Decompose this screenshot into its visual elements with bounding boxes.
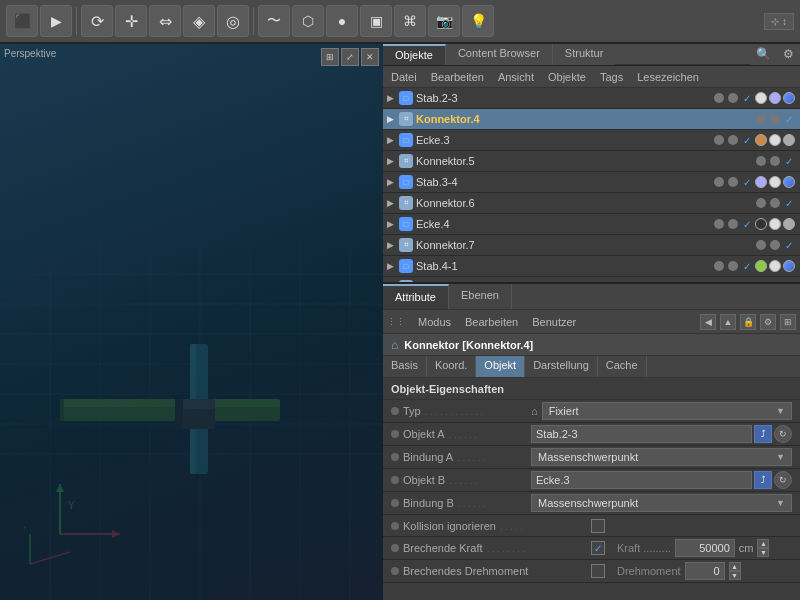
prop-row-drehmoment: Brechendes Drehmoment Drehmoment ▲ ▼ — [383, 560, 800, 583]
sub-tab-koord[interactable]: Koord. — [427, 356, 476, 377]
checkbox-kollision[interactable] — [591, 519, 605, 533]
toolbar-icon-snap[interactable]: ⊹ ↕ — [764, 13, 794, 30]
prop-dot-kraft — [391, 544, 399, 552]
kraft-spin-up[interactable]: ▲ — [757, 539, 769, 548]
toolbar-icon-spline[interactable]: 〜 — [258, 5, 290, 37]
kraft-input[interactable] — [675, 539, 735, 557]
obj-expand-icon: ▶ — [387, 219, 399, 229]
obj-b-link-btn[interactable]: ⤴ — [754, 471, 772, 489]
bind-b-dropdown[interactable]: Massenschwerpunkt ▼ — [531, 494, 792, 512]
kraft-spin-down[interactable]: ▼ — [757, 548, 769, 557]
menu-bearbeiten-attr[interactable]: Bearbeiten — [460, 315, 523, 329]
toolbar-icon-rotate[interactable]: ⟳ — [81, 5, 113, 37]
list-item[interactable]: ▶ ⌗ Konnektor.6 ✓ — [383, 193, 800, 214]
properties-area: Objekt-Eigenschaften Typ ............ ⌂ … — [383, 378, 800, 600]
viewport-btn-layout[interactable]: ⊞ — [321, 48, 339, 66]
obj-a-link-btn[interactable]: ⤴ — [754, 425, 772, 443]
attr-expand-icon[interactable]: ⊞ — [780, 314, 796, 330]
obj-name: Ecke.4 — [416, 218, 712, 230]
obj-vis-dot2 — [728, 135, 738, 145]
svg-text:Y: Y — [68, 500, 75, 511]
tab-attribute[interactable]: Attribute — [383, 284, 449, 309]
list-item[interactable]: ▶ ⌗ Konnektor.7 ✓ — [383, 235, 800, 256]
checkbox-kraft[interactable]: ✓ — [591, 541, 605, 555]
tab-objekte[interactable]: Objekte — [383, 44, 446, 65]
list-item[interactable]: ▶ ⌗ Konnektor.5 ✓ — [383, 151, 800, 172]
toolbar-icon-deformer[interactable]: ⌘ — [394, 5, 426, 37]
prop-dot-drehmoment — [391, 567, 399, 575]
toolbar-icon-play[interactable]: ▶ — [40, 5, 72, 37]
toolbar-icon-sphere[interactable]: ● — [326, 5, 358, 37]
obj-b-field[interactable]: Ecke.3 — [531, 471, 752, 489]
list-item[interactable]: ▶ □ Stab.2-3 ✓ — [383, 88, 800, 109]
toolbar-icon-move[interactable]: ✛ — [115, 5, 147, 37]
dot-leaders: ...... — [458, 497, 531, 509]
menu-benutzer[interactable]: Benutzer — [527, 315, 581, 329]
toolbar-icon-light[interactable]: 💡 — [462, 5, 494, 37]
obj-name: Ecke.3 — [416, 134, 712, 146]
obj-b-circ-btn[interactable]: ↻ — [774, 471, 792, 489]
list-item[interactable]: ▶ □ Stab.3-4 ✓ — [383, 172, 800, 193]
prop-value-bind-b[interactable]: Massenschwerpunkt ▼ — [531, 494, 792, 512]
search-icon[interactable]: 🔍 — [750, 44, 777, 65]
menu-tags[interactable]: Tags — [596, 70, 627, 84]
settings-icon[interactable]: ⚙ — [777, 44, 800, 65]
obj-type-icon: ⌗ — [399, 238, 413, 252]
toolbar-icon-object[interactable]: ◈ — [183, 5, 215, 37]
obj-material-1 — [755, 134, 767, 146]
viewport-btn-close[interactable]: ✕ — [361, 48, 379, 66]
banner-icon: ⌂ — [391, 338, 398, 352]
prop-row-kollision: Kollision ignorieren ..... — [383, 515, 800, 537]
prop-value-bind-a[interactable]: Massenschwerpunkt ▼ — [531, 448, 792, 466]
attr-nav-up[interactable]: ▲ — [720, 314, 736, 330]
drehmoment-spin-down[interactable]: ▼ — [729, 571, 741, 580]
prop-dot-bind-a — [391, 453, 399, 461]
list-item[interactable]: ▶ □ Stab.4-1 ✓ — [383, 256, 800, 277]
svg-rect-18 — [60, 399, 64, 421]
axis-x — [60, 530, 120, 538]
obj-name: Konnektor.5 — [416, 155, 754, 167]
sub-tab-objekt[interactable]: Objekt — [476, 356, 525, 377]
menu-datei[interactable]: Datei — [387, 70, 421, 84]
toolbar-icon-polygon[interactable]: ◎ — [217, 5, 249, 37]
drehmoment-spin-up[interactable]: ▲ — [729, 562, 741, 571]
obj-material-2 — [769, 218, 781, 230]
checkbox-drehmoment[interactable] — [591, 564, 605, 578]
prop-label-obj-a: Objekt A ...... — [391, 428, 531, 440]
viewport[interactable]: Y ↑ Perspektive ⊞ ⤢ ✕ — [0, 44, 383, 600]
obj-vis-dot — [714, 93, 724, 103]
typ-dropdown[interactable]: Fixiert ▼ — [542, 402, 792, 420]
sub-tab-basis[interactable]: Basis — [383, 356, 427, 377]
list-item[interactable]: ▶ ⌗ Konnektor.8 — [383, 277, 800, 284]
toolbar-icon-cube[interactable]: ⬡ — [292, 5, 324, 37]
sub-tab-darstellung[interactable]: Darstellung — [525, 356, 598, 377]
toolbar-icon-array[interactable]: ▣ — [360, 5, 392, 37]
bind-a-dropdown[interactable]: Massenschwerpunkt ▼ — [531, 448, 792, 466]
attr-nav-prev[interactable]: ◀ — [700, 314, 716, 330]
menu-objekte[interactable]: Objekte — [544, 70, 590, 84]
list-item[interactable]: ▶ □ Ecke.4 ✓ — [383, 214, 800, 235]
menu-bearbeiten[interactable]: Bearbeiten — [427, 70, 488, 84]
attr-settings-icon[interactable]: ⚙ — [760, 314, 776, 330]
sub-tab-cache[interactable]: Cache — [598, 356, 647, 377]
dot-leaders: ...... — [457, 451, 531, 463]
obj-a-field[interactable]: Stab.2-3 — [531, 425, 752, 443]
obj-a-circ-btn[interactable]: ↻ — [774, 425, 792, 443]
toolbar-icon-camera[interactable]: 📷 — [428, 5, 460, 37]
list-item[interactable]: ▶ ⌗ Konnektor.4 ✓ — [383, 109, 800, 130]
tab-struktur[interactable]: Struktur — [553, 44, 616, 65]
list-item[interactable]: ▶ □ Ecke.3 ✓ — [383, 130, 800, 151]
menu-lesezeichen[interactable]: Lesezeichen — [633, 70, 703, 84]
tab-ebenen[interactable]: Ebenen — [449, 284, 512, 309]
obj-expand-icon: ▶ — [387, 240, 399, 250]
obj-vis-dot — [756, 114, 766, 124]
tab-content-browser[interactable]: Content Browser — [446, 44, 553, 65]
drehmoment-input[interactable] — [685, 562, 725, 580]
prop-value-typ[interactable]: ⌂ Fixiert ▼ — [531, 402, 792, 420]
toolbar-icon-scale[interactable]: ⇔ — [149, 5, 181, 37]
menu-ansicht[interactable]: Ansicht — [494, 70, 538, 84]
viewport-btn-maximize[interactable]: ⤢ — [341, 48, 359, 66]
menu-modus[interactable]: Modus — [413, 315, 456, 329]
toolbar-icon-undo[interactable]: ⬛ — [6, 5, 38, 37]
attr-lock-icon[interactable]: 🔒 — [740, 314, 756, 330]
